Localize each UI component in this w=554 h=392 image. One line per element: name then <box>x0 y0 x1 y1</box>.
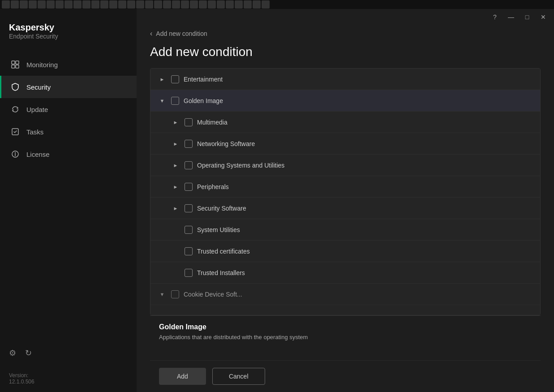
taskbar-icon <box>172 0 180 9</box>
checkbox[interactable] <box>185 183 193 191</box>
list-item[interactable]: ▼ Cookie Device Soft... <box>150 284 540 305</box>
list-item[interactable]: ► Peripherals <box>150 176 540 198</box>
item-label: Security Software <box>197 205 533 212</box>
top-taskbar <box>0 0 554 9</box>
sidebar-item-label: Update <box>26 106 48 113</box>
sidebar-brand: Kaspersky Endpoint Security <box>0 18 137 53</box>
taskbar-icon <box>56 0 64 9</box>
expand-icon[interactable]: ► <box>171 204 180 213</box>
taskbar-icon <box>11 0 19 9</box>
refresh-icon <box>10 104 20 114</box>
taskbar-icon <box>73 0 82 9</box>
list-item[interactable]: ► Networking Software <box>150 133 540 155</box>
checkbox[interactable] <box>185 161 193 169</box>
main-content: ? — □ ✕ ‹ Add new condition Add new cond… <box>137 9 554 392</box>
sidebar-nav: Monitoring Security <box>0 53 137 344</box>
svg-rect-0 <box>12 61 15 64</box>
expand-icon[interactable]: ► <box>171 118 180 127</box>
taskbar-icon <box>154 0 162 9</box>
checkbox[interactable] <box>185 140 193 148</box>
sidebar-bottom-icons: ⚙ ↻ <box>0 344 137 365</box>
sidebar-item-monitoring[interactable]: Monitoring <box>0 53 137 76</box>
taskbar-icon <box>253 0 261 9</box>
taskbar-icon <box>29 0 37 9</box>
taskbar-icon <box>217 0 225 9</box>
expand-icon[interactable]: ► <box>171 161 180 170</box>
taskbar-icon <box>91 0 99 9</box>
sidebar-item-label: Tasks <box>26 128 43 136</box>
list-item[interactable]: ► Entertainment <box>150 69 540 90</box>
expand-icon[interactable]: ► <box>158 75 167 84</box>
checkbox[interactable] <box>185 247 193 255</box>
page-title: Add new condition <box>150 45 541 59</box>
sidebar-item-license[interactable]: License <box>0 143 137 165</box>
taskbar-icon <box>2 0 10 9</box>
cancel-button[interactable]: Cancel <box>212 368 265 385</box>
svg-rect-2 <box>12 65 15 68</box>
dialog-area: ‹ Add new condition Add new condition ► … <box>137 25 554 392</box>
list-item[interactable]: Trusted certificates <box>150 241 540 262</box>
list-item[interactable]: ► Multimedia <box>150 112 540 133</box>
help-button[interactable]: ? <box>490 12 500 22</box>
list-item[interactable]: ► Operating Systems and Utilities <box>150 155 540 176</box>
taskbar-icon <box>226 0 234 9</box>
taskbar-icon <box>208 0 216 9</box>
sidebar-item-security[interactable]: Security <box>0 76 137 98</box>
checkbox[interactable] <box>185 204 193 212</box>
tasks-icon <box>10 127 20 137</box>
checkbox[interactable] <box>185 118 193 126</box>
expand-icon[interactable]: ► <box>171 182 180 191</box>
taskbar-icon <box>199 0 207 9</box>
condition-list[interactable]: ► Entertainment ▼ Golden Image ► <box>150 69 540 315</box>
titlebar: ? — □ ✕ <box>137 9 554 25</box>
shield-icon <box>10 82 20 92</box>
sidebar-footer: Version: 12.1.0.506 <box>0 365 137 392</box>
sidebar-item-label: License <box>26 151 50 158</box>
expand-icon[interactable]: ▼ <box>158 290 167 299</box>
checkbox[interactable] <box>171 75 179 83</box>
item-label: Entertainment <box>184 76 533 83</box>
sidebar-item-tasks[interactable]: Tasks <box>0 121 137 143</box>
version-number: 12.1.0.506 <box>9 379 34 385</box>
item-label: Multimedia <box>197 119 533 126</box>
taskbar-icon <box>145 0 153 9</box>
list-item[interactable]: ▼ Golden Image <box>150 90 540 112</box>
taskbar-icon <box>136 0 144 9</box>
expand-icon[interactable]: ► <box>171 139 180 148</box>
checkbox[interactable] <box>171 290 179 298</box>
info-panel-title: Golden Image <box>159 323 532 331</box>
svg-rect-1 <box>16 61 19 64</box>
info-panel: Golden Image Applications that are distr… <box>150 315 541 360</box>
item-label: Golden Image <box>184 97 533 104</box>
sidebar: Kaspersky Endpoint Security Monitoring <box>0 9 137 392</box>
app-subtitle: Endpoint Security <box>9 33 128 40</box>
sync-icon[interactable]: ↻ <box>25 348 32 358</box>
taskbar-icon <box>244 0 252 9</box>
item-label: Networking Software <box>197 140 533 147</box>
settings-icon[interactable]: ⚙ <box>9 348 16 358</box>
breadcrumb: ‹ Add new condition <box>150 30 541 38</box>
list-item[interactable]: ► Security Software <box>150 198 540 219</box>
maximize-button[interactable]: □ <box>522 12 533 22</box>
sidebar-item-label: Monitoring <box>26 61 58 69</box>
list-item[interactable]: System Utilities <box>150 219 540 241</box>
checkbox[interactable] <box>185 226 193 234</box>
tag-icon <box>10 149 20 159</box>
taskbar-icon <box>163 0 171 9</box>
sidebar-item-update[interactable]: Update <box>0 98 137 121</box>
list-item[interactable]: Trusted Installers <box>150 262 540 284</box>
expand-icon[interactable]: ▼ <box>158 96 167 105</box>
item-label: System Utilities <box>197 226 533 233</box>
add-button[interactable]: Add <box>159 368 206 385</box>
taskbar-icon <box>20 0 28 9</box>
checkbox[interactable] <box>185 269 193 277</box>
svg-rect-3 <box>16 65 19 68</box>
back-arrow-icon[interactable]: ‹ <box>150 30 152 38</box>
minimize-button[interactable]: — <box>506 12 516 22</box>
checkbox[interactable] <box>171 97 179 105</box>
info-panel-description: Applications that are distributed with t… <box>159 334 532 340</box>
close-button[interactable]: ✕ <box>538 12 549 22</box>
taskbar-icon <box>109 0 117 9</box>
taskbar-icon <box>262 0 270 9</box>
bottom-actions: Add Cancel <box>150 360 541 392</box>
